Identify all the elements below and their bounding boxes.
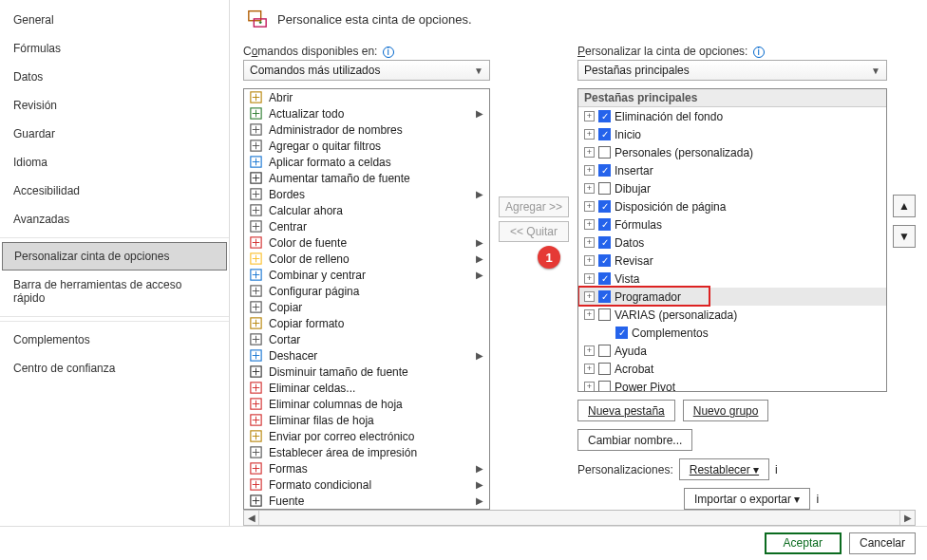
new-group-button[interactable]: Nuevo grupo bbox=[683, 400, 769, 421]
expand-icon[interactable]: + bbox=[584, 201, 595, 212]
checkbox[interactable] bbox=[598, 182, 611, 195]
command-item[interactable]: Formato condicional▶ bbox=[244, 476, 489, 493]
command-item[interactable]: Copiar bbox=[244, 299, 489, 315]
sidebar-item[interactable]: Complementos bbox=[0, 326, 229, 354]
tree-item[interactable]: +Personales (personalizada) bbox=[578, 143, 886, 161]
checkbox[interactable] bbox=[598, 272, 611, 285]
expand-icon[interactable]: + bbox=[584, 219, 595, 230]
sidebar-item[interactable]: Datos bbox=[0, 63, 229, 91]
checkbox[interactable] bbox=[598, 254, 611, 267]
checkbox[interactable] bbox=[598, 363, 611, 375]
tree-item[interactable]: +Eliminación del fondo bbox=[578, 107, 886, 125]
tree-item[interactable]: Complementos bbox=[578, 324, 886, 342]
command-item[interactable]: Actualizar todo▶ bbox=[244, 105, 489, 121]
tree-item[interactable]: +Fórmulas bbox=[578, 215, 886, 233]
tree-item[interactable]: +Revisar bbox=[578, 252, 886, 270]
command-item[interactable]: Agregar o quitar filtros bbox=[244, 138, 489, 154]
command-item[interactable]: Eliminar columnas de hoja bbox=[244, 396, 489, 412]
command-item[interactable]: Eliminar filas de hoja bbox=[244, 412, 489, 428]
checkbox[interactable] bbox=[598, 236, 611, 249]
sidebar-item[interactable]: Guardar bbox=[0, 120, 229, 148]
command-item[interactable]: Cortar bbox=[244, 331, 489, 347]
command-item[interactable]: Establecer área de impresión bbox=[244, 444, 489, 460]
checkbox[interactable] bbox=[598, 146, 611, 159]
info-icon[interactable]: i bbox=[775, 463, 778, 476]
command-item[interactable]: Copiar formato bbox=[244, 315, 489, 331]
command-item[interactable]: Combinar y centrar▶ bbox=[244, 267, 489, 283]
command-item[interactable]: Abrir bbox=[244, 89, 489, 105]
checkbox[interactable] bbox=[598, 345, 611, 357]
checkbox[interactable] bbox=[598, 200, 611, 213]
command-item[interactable]: Enviar por correo electrónico bbox=[244, 428, 489, 444]
tree-item[interactable]: +Ayuda bbox=[578, 342, 886, 360]
ribbon-tree[interactable]: Pestañas principales +Eliminación del fo… bbox=[577, 88, 887, 392]
sidebar-item[interactable]: Accesibilidad bbox=[0, 177, 229, 205]
tree-item[interactable]: +Vista bbox=[578, 270, 886, 288]
command-item[interactable]: Configurar página bbox=[244, 283, 489, 299]
rename-button[interactable]: Cambiar nombre... bbox=[577, 429, 692, 451]
commands-from-select[interactable]: Comandos más utilizados▼ bbox=[243, 60, 490, 81]
tree-item[interactable]: +Dibujar bbox=[578, 179, 886, 197]
import-export-button[interactable]: Importar o exportar ▾ bbox=[684, 488, 810, 510]
command-item[interactable]: Centrar bbox=[244, 218, 489, 234]
remove-button[interactable]: << Quitar bbox=[499, 221, 569, 242]
command-item[interactable]: Deshacer▶ bbox=[244, 347, 489, 364]
sidebar-item[interactable]: General bbox=[0, 6, 229, 34]
info-icon[interactable]: i bbox=[753, 47, 765, 58]
info-icon[interactable]: i bbox=[383, 47, 394, 58]
move-down-button[interactable]: ▼ bbox=[893, 225, 916, 248]
checkbox[interactable] bbox=[615, 327, 628, 339]
ribbon-scope-select[interactable]: Pestañas principales▼ bbox=[577, 60, 887, 81]
tree-item[interactable]: +VARIAS (personalizada) bbox=[578, 306, 886, 324]
checkbox[interactable] bbox=[598, 128, 611, 140]
sidebar-item[interactable]: Centro de confianza bbox=[0, 354, 229, 383]
expand-icon[interactable]: + bbox=[584, 165, 595, 176]
horizontal-scrollbar[interactable]: ◀▶ bbox=[243, 510, 916, 526]
sidebar-item[interactable]: Revisión bbox=[0, 91, 229, 120]
sidebar-item[interactable]: Idioma bbox=[0, 148, 229, 177]
checkbox[interactable] bbox=[598, 381, 611, 392]
expand-icon[interactable]: + bbox=[584, 364, 595, 374]
expand-icon[interactable]: + bbox=[584, 183, 595, 194]
sidebar-item[interactable]: Avanzadas bbox=[0, 205, 229, 233]
expand-icon[interactable]: + bbox=[584, 273, 595, 284]
command-item[interactable]: Administrador de nombres bbox=[244, 121, 489, 138]
command-item[interactable]: Calcular ahora bbox=[244, 202, 489, 218]
sidebar-item[interactable]: Fórmulas bbox=[0, 34, 229, 63]
sidebar-item[interactable]: Barra de herramientas de acceso rápido bbox=[0, 271, 229, 312]
checkbox[interactable] bbox=[598, 218, 611, 231]
command-item[interactable]: Eliminar celdas... bbox=[244, 380, 489, 396]
expand-icon[interactable]: + bbox=[584, 129, 595, 140]
cancel-button[interactable]: Cancelar bbox=[849, 532, 916, 554]
info-icon[interactable]: i bbox=[816, 493, 819, 506]
tree-item[interactable]: +Insertar bbox=[578, 161, 886, 179]
command-item[interactable]: Bordes▶ bbox=[244, 186, 489, 202]
command-item[interactable]: Aumentar tamaño de fuente bbox=[244, 170, 489, 186]
command-item[interactable]: Formas▶ bbox=[244, 460, 489, 476]
command-item[interactable]: Aplicar formato a celdas bbox=[244, 154, 489, 170]
expand-icon[interactable]: + bbox=[584, 255, 595, 266]
tree-item[interactable]: +Power Pivot bbox=[578, 378, 886, 392]
checkbox[interactable] bbox=[598, 164, 611, 177]
expand-icon[interactable]: + bbox=[584, 111, 595, 121]
tree-item[interactable]: +Programador bbox=[578, 288, 886, 306]
command-item[interactable]: Fuente▶ bbox=[244, 493, 489, 509]
checkbox[interactable] bbox=[598, 290, 611, 303]
ok-button[interactable]: Aceptar bbox=[765, 532, 842, 554]
tree-item[interactable]: +Disposición de página bbox=[578, 197, 886, 215]
command-item[interactable]: Disminuir tamaño de fuente bbox=[244, 364, 489, 380]
sidebar-item[interactable]: Personalizar cinta de opciones bbox=[2, 242, 227, 271]
move-up-button[interactable]: ▲ bbox=[893, 195, 916, 217]
checkbox[interactable] bbox=[598, 110, 611, 122]
expand-icon[interactable]: + bbox=[584, 147, 595, 158]
reset-button[interactable]: Restablecer ▾ bbox=[679, 458, 769, 480]
tree-item[interactable]: +Acrobat bbox=[578, 360, 886, 378]
new-tab-button[interactable]: Nueva pestaña bbox=[577, 400, 675, 421]
add-button[interactable]: Agregar >> bbox=[499, 196, 569, 217]
checkbox[interactable] bbox=[598, 308, 611, 321]
expand-icon[interactable]: + bbox=[584, 309, 595, 320]
expand-icon[interactable]: + bbox=[584, 291, 595, 302]
tree-item[interactable]: +Inicio bbox=[578, 125, 886, 143]
expand-icon[interactable]: + bbox=[584, 237, 595, 248]
tree-item[interactable]: +Datos bbox=[578, 233, 886, 252]
